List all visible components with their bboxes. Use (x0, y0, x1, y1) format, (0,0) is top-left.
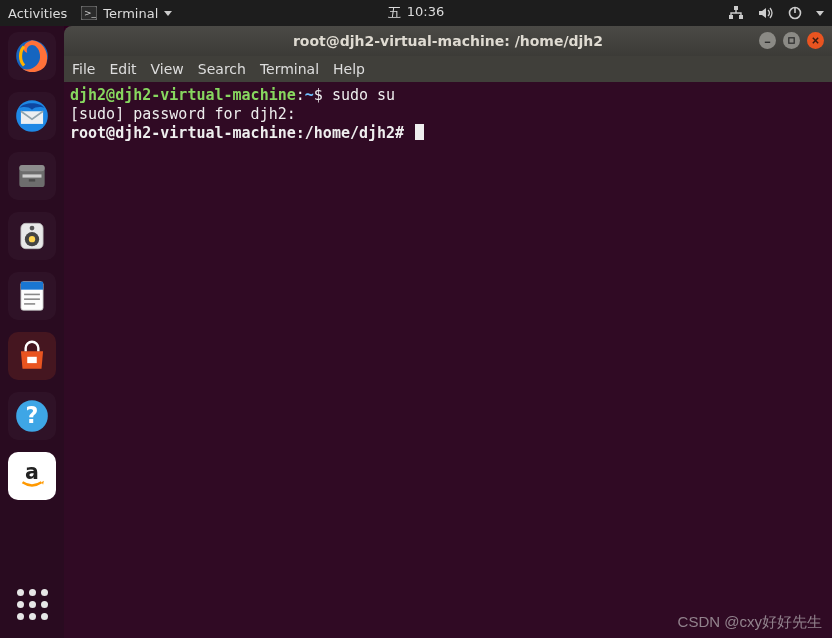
svg-rect-12 (29, 179, 35, 181)
app-menu-label: Terminal (103, 6, 158, 21)
clock[interactable]: 五 10:36 (388, 4, 444, 22)
firefox-icon (13, 37, 51, 75)
svg-text:a: a (25, 460, 39, 484)
power-icon (788, 6, 802, 20)
terminal-window: root@djh2-virtual-machine: /home/djh2 Fi… (64, 26, 832, 638)
clock-day: 五 (388, 4, 401, 22)
svg-rect-18 (21, 282, 43, 290)
dock-amazon[interactable]: a (8, 452, 56, 500)
files-icon (13, 157, 51, 195)
terminal-icon: >_ (81, 6, 97, 20)
thunderbird-icon (13, 97, 51, 135)
window-title: root@djh2-virtual-machine: /home/djh2 (293, 33, 603, 49)
document-icon (13, 277, 51, 315)
dock-rhythmbox[interactable] (8, 212, 56, 260)
status-area[interactable] (728, 6, 824, 20)
terminal-menubar: File Edit View Search Terminal Help (64, 56, 832, 82)
svg-rect-2 (734, 6, 738, 10)
window-minimize-button[interactable] (759, 32, 776, 49)
svg-rect-27 (789, 38, 794, 43)
clock-time: 10:36 (407, 4, 444, 22)
menu-view[interactable]: View (151, 61, 184, 77)
chevron-down-icon (816, 11, 824, 16)
network-icon (728, 6, 744, 20)
window-titlebar[interactable]: root@djh2-virtual-machine: /home/djh2 (64, 26, 832, 56)
volume-icon (758, 6, 774, 20)
prompt-user-host: djh2@djh2-virtual-machine (70, 86, 296, 104)
dock-software[interactable]: Ubuntu Software (8, 332, 56, 380)
activities-button[interactable]: Activities (8, 6, 67, 21)
svg-text:>_: >_ (84, 8, 97, 18)
terminal-content[interactable]: djh2@djh2-virtual-machine:~$ sudo su [su… (64, 82, 832, 638)
watermark: CSDN @cxy好好先生 (678, 613, 822, 632)
minimize-icon (763, 36, 772, 45)
menu-file[interactable]: File (72, 61, 95, 77)
dock-files[interactable] (8, 152, 56, 200)
svg-rect-22 (27, 357, 37, 363)
menu-edit[interactable]: Edit (109, 61, 136, 77)
svg-point-15 (29, 236, 35, 242)
window-maximize-button[interactable] (783, 32, 800, 49)
svg-rect-11 (23, 174, 42, 177)
svg-text:?: ? (26, 402, 39, 428)
show-applications[interactable] (8, 580, 56, 628)
window-close-button[interactable] (807, 32, 824, 49)
svg-point-16 (30, 226, 35, 231)
dock-firefox[interactable] (8, 32, 56, 80)
close-icon (811, 36, 820, 45)
dock-thunderbird[interactable] (8, 92, 56, 140)
software-store-icon (13, 337, 51, 375)
chevron-down-icon (164, 11, 172, 16)
terminal-cursor (415, 124, 424, 140)
gnome-topbar: Activities >_ Terminal 五 10:36 (0, 0, 832, 26)
dock-writer[interactable] (8, 272, 56, 320)
menu-terminal[interactable]: Terminal (260, 61, 319, 77)
help-icon: ? (13, 397, 51, 435)
speaker-icon (13, 217, 51, 255)
menu-search[interactable]: Search (198, 61, 246, 77)
svg-rect-10 (19, 165, 44, 171)
amazon-icon: a (13, 457, 51, 495)
menu-help[interactable]: Help (333, 61, 365, 77)
maximize-icon (787, 36, 796, 45)
launcher-dock: Ubuntu Software ? a (0, 26, 64, 638)
prompt-path: ~ (305, 86, 314, 104)
root-prompt: root@djh2-virtual-machine:/home/djh2# (70, 124, 413, 142)
svg-rect-4 (739, 15, 743, 19)
command-text: sudo su (332, 86, 395, 104)
terminal-line: djh2@djh2-virtual-machine:~$ sudo su (70, 86, 826, 105)
terminal-line: [sudo] password for djh2: (70, 105, 826, 124)
apps-grid-icon (17, 589, 48, 620)
svg-rect-3 (729, 15, 733, 19)
terminal-line: root@djh2-virtual-machine:/home/djh2# (70, 124, 826, 143)
app-menu[interactable]: >_ Terminal (81, 6, 172, 21)
dock-help[interactable]: ? (8, 392, 56, 440)
